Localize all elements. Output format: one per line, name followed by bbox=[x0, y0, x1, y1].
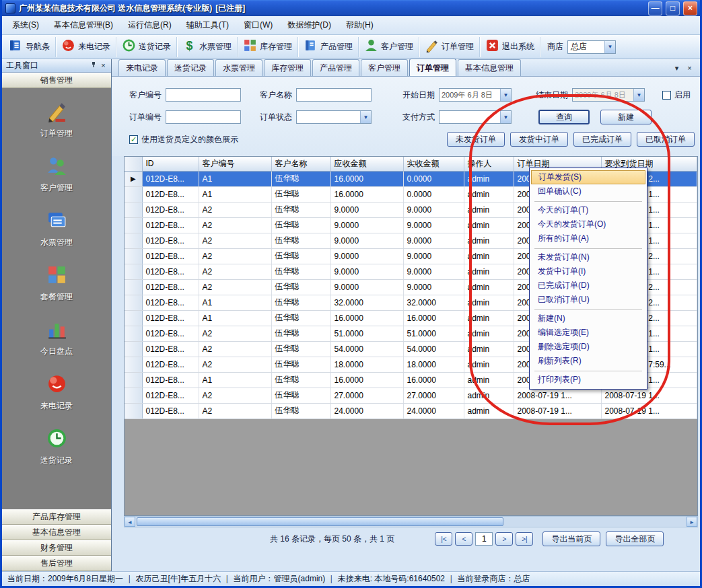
chevron-down-icon[interactable]: ▼ bbox=[633, 89, 644, 101]
scrollbar-thumb[interactable] bbox=[137, 517, 503, 526]
horizontal-scrollbar[interactable]: ◄ ► bbox=[124, 516, 698, 527]
sidebar-group-after-sales[interactable]: 售后管理 bbox=[2, 556, 111, 571]
new-button[interactable]: 新建 bbox=[600, 110, 652, 124]
pin-icon[interactable] bbox=[88, 61, 98, 71]
context-menu-item[interactable]: 今天的订单(T) bbox=[531, 203, 645, 217]
order-no-input[interactable] bbox=[166, 110, 241, 124]
sidebar-item-packages[interactable]: 套餐管理 bbox=[2, 264, 111, 303]
menu-aux-tools[interactable]: 辅助工具(T) bbox=[179, 16, 236, 34]
context-menu-item[interactable]: 新建(N) bbox=[531, 311, 645, 326]
filter-unshipped-button[interactable]: 未发货订单 bbox=[447, 132, 505, 147]
query-button[interactable]: 查询 bbox=[538, 110, 590, 124]
col-amount-paid[interactable]: 实收金额 bbox=[403, 157, 464, 171]
sidebar-item-daily-count[interactable]: 今日盘点 bbox=[2, 318, 111, 357]
sidebar-item-orders[interactable]: 订单管理 bbox=[2, 100, 111, 139]
context-menu-item[interactable]: 已完成订单(D) bbox=[531, 279, 645, 293]
menu-data-maint[interactable]: 数据维护(D) bbox=[280, 16, 339, 34]
tab-close-icon[interactable]: × bbox=[684, 62, 695, 73]
table-row[interactable]: 012D-E8... A2 伍华聪 24.0000 24.0000 admin … bbox=[125, 403, 697, 418]
next-page-button[interactable]: > bbox=[495, 532, 513, 546]
context-menu-item[interactable] bbox=[534, 199, 642, 202]
sidebar-group-product-stock[interactable]: 产品库存管理 bbox=[2, 509, 111, 525]
customer-name-input[interactable] bbox=[296, 88, 372, 102]
sidebar-group-finance[interactable]: 财务管理 bbox=[2, 540, 111, 556]
last-page-button[interactable]: >| bbox=[516, 532, 533, 546]
row-selector[interactable] bbox=[125, 357, 142, 372]
menu-run-info[interactable]: 运行信息(R) bbox=[120, 16, 179, 34]
tab-products[interactable]: 产品管理 bbox=[312, 59, 359, 76]
close-icon[interactable]: × bbox=[98, 61, 108, 71]
row-selector[interactable] bbox=[125, 279, 142, 295]
context-menu-item[interactable]: 所有的订单(A) bbox=[531, 231, 645, 246]
col-customer-no[interactable]: 客户编号 bbox=[199, 157, 271, 171]
export-current-page-button[interactable]: 导出当前页 bbox=[542, 531, 600, 546]
start-date-picker[interactable]: 2009年 6月 8日 ▼ bbox=[439, 88, 512, 102]
tab-list-dropdown-icon[interactable]: ▾ bbox=[671, 62, 682, 73]
tab-inventory[interactable]: 库存管理 bbox=[264, 59, 311, 76]
row-selector[interactable] bbox=[125, 186, 142, 202]
tab-basic-info[interactable]: 基本信息管理 bbox=[458, 59, 521, 76]
row-selector[interactable] bbox=[125, 202, 142, 217]
context-menu-item[interactable] bbox=[534, 369, 642, 371]
table-row[interactable]: 012D-E8... A2 伍华聪 27.0000 27.0000 admin … bbox=[125, 388, 697, 403]
maximize-button[interactable]: □ bbox=[666, 1, 680, 15]
chevron-down-icon[interactable]: ▼ bbox=[360, 111, 371, 123]
close-button[interactable]: × bbox=[683, 1, 697, 15]
filter-cancelled-button[interactable]: 已取消订单 bbox=[637, 132, 695, 147]
toolbar-incoming-calls[interactable]: 来电记录 bbox=[56, 37, 116, 57]
end-date-picker[interactable]: 2009年 6月 8日 ▼ bbox=[572, 88, 645, 102]
toolbar-products[interactable]: 产品管理 bbox=[298, 37, 359, 57]
sidebar-item-customers[interactable]: 客户管理 bbox=[2, 155, 111, 194]
sidebar-group-sales[interactable]: 销售管理 bbox=[2, 73, 111, 88]
row-selector[interactable] bbox=[125, 326, 142, 341]
sidebar-item-deliveries[interactable]: 送货记录 bbox=[2, 427, 111, 466]
menu-basic-info[interactable]: 基本信息管理(B) bbox=[46, 16, 120, 34]
context-menu-item[interactable]: 今天的发货订单(O) bbox=[531, 217, 645, 231]
filter-completed-button[interactable]: 已完成订单 bbox=[573, 132, 631, 147]
row-selector[interactable] bbox=[125, 264, 142, 279]
context-menu-item[interactable]: 回单确认(C) bbox=[531, 184, 645, 198]
export-all-pages-button[interactable]: 导出全部页 bbox=[606, 531, 664, 546]
context-menu-item[interactable]: 发货中订单(I) bbox=[531, 264, 645, 279]
menu-help[interactable]: 帮助(H) bbox=[339, 16, 381, 34]
menu-window[interactable]: 窗口(W) bbox=[236, 16, 280, 34]
customer-no-input[interactable] bbox=[166, 88, 241, 102]
sidebar-group-basic-info[interactable]: 基本信息管理 bbox=[2, 525, 111, 540]
tab-incoming-calls[interactable]: 来电记录 bbox=[118, 59, 166, 76]
scroll-left-icon[interactable]: ◄ bbox=[125, 517, 135, 527]
enable-checkbox[interactable] bbox=[662, 91, 671, 100]
row-selector[interactable] bbox=[125, 341, 142, 357]
row-selector[interactable] bbox=[125, 403, 142, 418]
tab-orders[interactable]: 订单管理 bbox=[409, 59, 456, 76]
row-selector[interactable] bbox=[125, 388, 142, 403]
toolbar-delivery-records[interactable]: 送货记录 bbox=[116, 37, 177, 57]
context-menu-item[interactable] bbox=[534, 246, 642, 249]
context-menu-item[interactable]: 订单发货(S) bbox=[531, 170, 645, 184]
chevron-down-icon[interactable]: ▼ bbox=[604, 41, 615, 53]
payment-dropdown[interactable]: ▼ bbox=[439, 110, 512, 124]
toolbar-navigator[interactable]: 导航条 bbox=[3, 37, 56, 57]
row-selector[interactable] bbox=[125, 248, 142, 264]
toolbar-customers[interactable]: 客户管理 bbox=[359, 37, 419, 57]
context-menu-item[interactable]: 编辑选定项(E) bbox=[531, 326, 645, 340]
context-menu-item[interactable]: 已取消订单(U) bbox=[531, 293, 645, 307]
sidebar-item-incoming-calls[interactable]: 来电记录 bbox=[2, 373, 111, 412]
page-number-input[interactable] bbox=[475, 532, 493, 546]
chevron-down-icon[interactable]: ▼ bbox=[500, 111, 511, 123]
toolbar-exit[interactable]: 退出系统 bbox=[480, 37, 540, 57]
context-menu-item[interactable]: 未发货订单(N) bbox=[531, 250, 645, 264]
prev-page-button[interactable]: < bbox=[455, 532, 472, 546]
row-selector[interactable] bbox=[125, 217, 142, 233]
col-id[interactable]: ID bbox=[142, 157, 199, 171]
toolbar-water-tickets[interactable]: $ 水票管理 bbox=[177, 37, 238, 57]
context-menu-item[interactable] bbox=[534, 307, 642, 310]
chevron-down-icon[interactable]: ▼ bbox=[500, 89, 511, 101]
tab-customers[interactable]: 客户管理 bbox=[361, 59, 408, 76]
col-customer-name[interactable]: 客户名称 bbox=[271, 157, 330, 171]
filter-shipping-button[interactable]: 发货中订单 bbox=[510, 132, 568, 147]
context-menu-item[interactable]: 打印列表(P) bbox=[531, 373, 645, 387]
row-selector[interactable] bbox=[125, 310, 142, 326]
toolbar-orders[interactable]: 订单管理 bbox=[419, 37, 480, 57]
scroll-right-icon[interactable]: ► bbox=[687, 517, 697, 527]
col-operator[interactable]: 操作人 bbox=[464, 157, 514, 171]
